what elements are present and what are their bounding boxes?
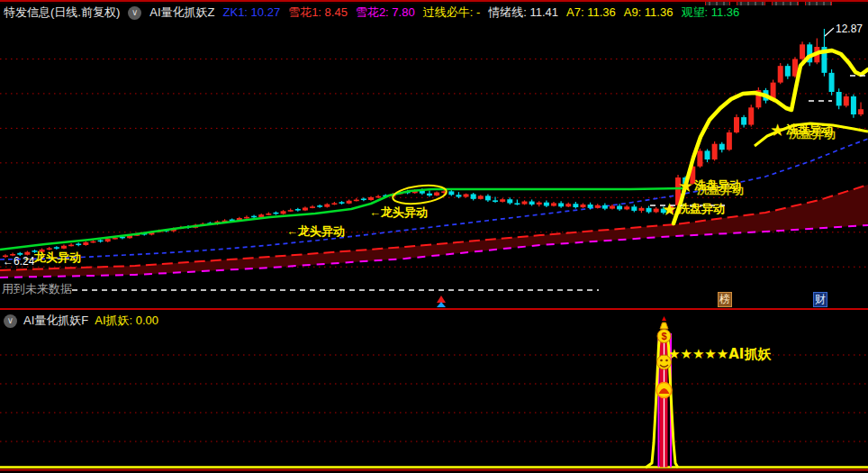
indicator-field: A9: 11.36 <box>624 5 674 19</box>
annotation-dragon-2: ←龙头异动 <box>286 224 345 238</box>
svg-text:★: ★ <box>770 120 785 140</box>
stock-title: 特发信息(日线.前复权) <box>4 5 120 21</box>
annotation-price-high: 12.87 <box>825 23 863 36</box>
svg-text:用到未来数据: 用到未来数据 <box>2 282 72 296</box>
indicator-values: ZK1: 10.27雪花1: 8.45雪花2: 7.80过线必牛: -情绪线: … <box>223 5 748 21</box>
svg-text:←龙头异动: ←龙头异动 <box>286 224 345 238</box>
main-chart-canvas: ←6.24←龙头异动←龙头异动←龙头异动★洗盘异动洗盘异动★洗盘异动★洗盘异动洗… <box>0 22 868 310</box>
sub-grid-lines <box>0 355 868 441</box>
annotation-dragon-1: ←龙头异动 <box>23 250 81 264</box>
blue-ma-line <box>0 139 868 259</box>
sub-indicator-name[interactable]: AI量化抓妖F <box>23 313 88 329</box>
indicator-field: 雪花2: 7.80 <box>356 5 415 21</box>
star-rating: ★★★★★AI抓妖 <box>668 346 772 362</box>
indicator-info-bar: 特发信息(日线.前复权) ∨ AI量化抓妖Z ZK1: 10.27雪花1: 8.… <box>0 4 868 22</box>
svg-text:洗盘异动: 洗盘异动 <box>785 123 833 136</box>
chevron-down-icon[interactable]: ∨ <box>4 314 17 328</box>
trend-cloud <box>0 185 868 277</box>
finance-badge-button[interactable]: 财 <box>813 292 827 307</box>
sub-chart-canvas: $★★★★★AI抓妖 <box>0 310 868 473</box>
indicator-field: ZK1: 10.27 <box>223 5 281 19</box>
sub-indicator-value: AI抓妖: 0.00 <box>95 313 158 329</box>
main-indicator-name[interactable]: AI量化抓妖Z <box>149 5 214 21</box>
annotation-dragon-3: ←龙头异动 <box>369 205 428 219</box>
signal-sub-panel: ∨ AI量化抓妖F AI抓妖: 0.00 $★★★★★AI抓妖 <box>0 310 868 473</box>
rank-badge-button[interactable]: 榜 <box>718 292 732 307</box>
event-marker-icon <box>436 296 447 308</box>
svg-text:←龙头异动: ←龙头异动 <box>23 250 81 264</box>
svg-text:←龙头异动: ←龙头异动 <box>369 205 428 219</box>
main-candlestick-chart: ←6.24←龙头异动←龙头异动←龙头异动★洗盘异动洗盘异动★洗盘异动★洗盘异动洗… <box>0 22 868 310</box>
svg-text:★: ★ <box>678 176 693 196</box>
annotation-wash-2: ★洗盘异动 <box>662 199 725 219</box>
chevron-down-icon[interactable]: ∨ <box>128 6 141 20</box>
svg-text:$: $ <box>661 331 666 341</box>
svg-text:★: ★ <box>662 199 677 219</box>
svg-text:洗盘异动: 洗盘异动 <box>693 178 741 192</box>
annotation-wash-3: ★洗盘异动洗盘异动 <box>770 120 836 141</box>
indicator-field: 过线必牛: - <box>423 5 481 21</box>
trading-app-window: 特发信息(日线.前复权) ∨ AI量化抓妖Z ZK1: 10.27雪花1: 8.… <box>0 0 868 473</box>
annotation-future-note: 用到未来数据 <box>2 282 72 296</box>
annotation-wash-1: ★洗盘异动洗盘异动 <box>678 176 744 196</box>
five-star-signal-label: ★★★★★AI抓妖 <box>668 346 772 362</box>
indicator-field: 观望: 11.36 <box>681 5 739 21</box>
svg-text:12.87: 12.87 <box>836 23 863 35</box>
sub-panel-header: ∨ AI量化抓妖F AI抓妖: 0.00 <box>4 313 158 329</box>
indicator-field: 情绪线: 11.41 <box>488 5 558 21</box>
indicator-field: A7: 11.36 <box>566 5 616 19</box>
money-bag-icon: $ <box>657 316 671 343</box>
indicator-field: 雪花1: 8.45 <box>288 5 348 21</box>
gold-coin-icon <box>656 383 672 398</box>
svg-text:洗盘异动: 洗盘异动 <box>677 202 725 215</box>
